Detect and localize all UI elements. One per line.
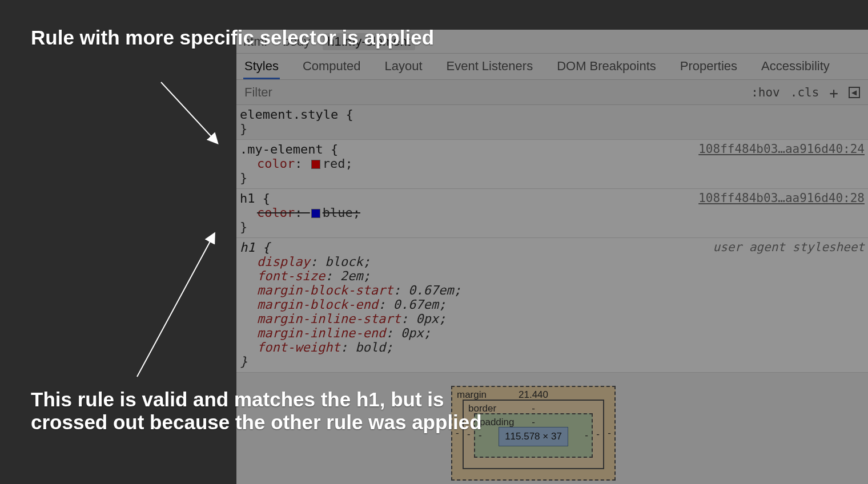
cls-toggle[interactable]: .cls [790, 86, 819, 99]
color-swatch-icon[interactable] [311, 209, 320, 218]
selector: h1 { [240, 191, 270, 205]
svg-line-1 [137, 234, 214, 377]
box-model-padding[interactable]: padding - - - 115.578 × 37 [474, 413, 593, 458]
rule-close: } [240, 354, 247, 369]
tab-event-listeners[interactable]: Event Listeners [445, 54, 535, 79]
svg-line-0 [161, 82, 217, 143]
color-swatch-icon[interactable] [311, 160, 320, 169]
declaration: font-size: 2em; [240, 269, 865, 283]
declaration: font-weight: bold; [240, 340, 865, 354]
selector: element.style { [240, 107, 353, 122]
rule-my-element[interactable]: 108ff484b03…aa916d40:24 .my-element { co… [236, 140, 868, 189]
declaration: display: block; [240, 255, 865, 269]
rule-close: } [240, 220, 247, 234]
rule-source-link[interactable]: 108ff484b03…aa916d40:24 [698, 142, 865, 156]
arrow-bottom [131, 228, 228, 382]
new-style-rule-icon[interactable]: + [829, 86, 838, 100]
declaration: margin-inline-start: 0px; [240, 312, 865, 326]
border-top-value[interactable]: - [532, 403, 535, 414]
rule-close: } [240, 171, 247, 185]
tab-properties[interactable]: Properties [679, 54, 738, 79]
styles-tabs: Styles Computed Layout Event Listeners D… [236, 54, 868, 80]
styles-filter-bar: :hov .cls + [236, 80, 868, 105]
hov-toggle[interactable]: :hov [751, 86, 780, 99]
padding-top-value[interactable]: - [532, 417, 535, 428]
annotation-bottom: This rule is valid and matches the h1, b… [31, 388, 488, 434]
box-model-content[interactable]: 115.578 × 37 [499, 427, 568, 446]
declaration[interactable]: color: red; [240, 156, 865, 171]
arrow-top [155, 76, 230, 151]
selector: h1 { [240, 240, 270, 255]
rule-element-style[interactable]: element.style { } [236, 105, 868, 140]
margin-right-value[interactable]: - [608, 427, 611, 439]
rule-h1-author[interactable]: 108ff484b03…aa916d40:28 h1 { color: blue… [236, 189, 868, 238]
declaration: margin-block-end: 0.67em; [240, 297, 865, 312]
margin-top-value[interactable]: 21.440 [519, 389, 548, 401]
tab-layout[interactable]: Layout [383, 54, 423, 79]
declaration: margin-block-start: 0.67em; [240, 283, 865, 297]
tab-computed[interactable]: Computed [302, 54, 362, 79]
styles-pane: element.style { } 108ff484b03…aa916d40:2… [236, 105, 868, 373]
padding-right-value[interactable]: - [585, 430, 588, 441]
tab-dom-breakpoints[interactable]: DOM Breakpoints [556, 54, 657, 79]
declaration: margin-inline-end: 0px; [240, 326, 865, 340]
toggle-sidebar-icon[interactable] [849, 87, 860, 98]
styles-filter-input[interactable] [241, 83, 751, 102]
rule-source-link[interactable]: 108ff484b03…aa916d40:28 [698, 191, 865, 205]
selector: .my-element { [240, 142, 338, 156]
rule-close: } [240, 122, 247, 136]
rule-source-ua: user agent stylesheet [713, 240, 865, 254]
annotation-top: Rule with more specific selector is appl… [31, 26, 434, 49]
tab-styles[interactable]: Styles [243, 54, 280, 79]
border-right-value[interactable]: - [596, 429, 600, 440]
rule-h1-user-agent[interactable]: user agent stylesheet h1 { display: bloc… [236, 238, 868, 373]
tab-accessibility[interactable]: Accessibility [760, 54, 831, 79]
declaration-overridden[interactable]: color: blue; [240, 205, 865, 220]
